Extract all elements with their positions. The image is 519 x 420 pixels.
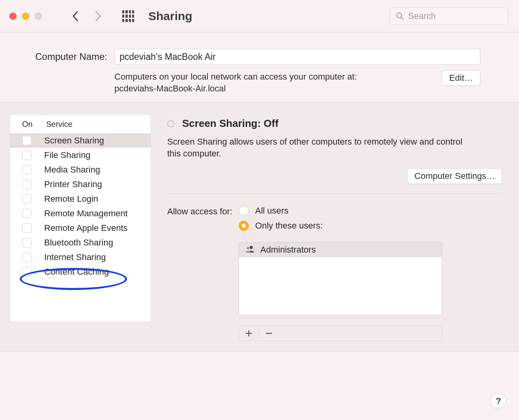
- service-label: Printer Sharing: [32, 179, 102, 190]
- toolbar: Sharing Search: [0, 0, 519, 32]
- service-checkbox[interactable]: [22, 151, 32, 160]
- radio-icon: [239, 221, 249, 231]
- add-user-button[interactable]: [239, 326, 259, 341]
- service-checkbox[interactable]: [22, 267, 32, 277]
- computer-name-section: Computer Name: pcdeviah’s MacBook Air Co…: [0, 32, 519, 102]
- service-status-indicator-icon: [167, 120, 174, 127]
- computer-name-label: Computer Name:: [28, 51, 107, 62]
- search-placeholder: Search: [408, 11, 436, 21]
- service-detail-panel: Screen Sharing: Off Screen Sharing allow…: [167, 115, 509, 341]
- service-label: Internet Sharing: [32, 252, 106, 262]
- service-checkbox[interactable]: [22, 238, 32, 247]
- service-checkbox[interactable]: [22, 180, 32, 189]
- service-checkbox[interactable]: [22, 194, 32, 204]
- minimize-window-button[interactable]: [22, 13, 29, 20]
- service-label: Bluetooth Sharing: [32, 238, 113, 248]
- back-button[interactable]: [68, 8, 84, 24]
- service-label: Remote Management: [32, 208, 128, 219]
- zoom-window-button[interactable]: [35, 13, 42, 20]
- service-row[interactable]: Bluetooth Sharing: [10, 235, 151, 250]
- service-label: Screen Sharing: [32, 136, 104, 146]
- service-status-title: Screen Sharing: Off: [182, 117, 278, 130]
- service-label: Media Sharing: [32, 165, 100, 175]
- service-label: Remote Login: [32, 194, 98, 204]
- radio-icon: [239, 206, 249, 216]
- add-remove-buttons: [239, 325, 442, 341]
- service-row[interactable]: Content Caching: [10, 264, 151, 279]
- computer-name-subtext: Computers on your local network can acce…: [114, 71, 357, 94]
- radio-all-users[interactable]: All users: [239, 206, 442, 216]
- service-row[interactable]: Media Sharing: [10, 162, 151, 177]
- service-row[interactable]: Screen Sharing: [10, 133, 151, 148]
- computer-settings-button[interactable]: Computer Settings…: [407, 168, 502, 184]
- allow-access-label: Allow access for:: [167, 206, 232, 217]
- main-area: On Service Screen SharingFile SharingMed…: [0, 102, 519, 351]
- chevron-right-icon: [94, 11, 102, 22]
- service-row[interactable]: Remote Management: [10, 206, 151, 221]
- help-button[interactable]: ?: [491, 393, 506, 409]
- service-row[interactable]: File Sharing: [10, 148, 151, 162]
- services-table: On Service Screen SharingFile SharingMed…: [10, 115, 151, 322]
- svg-point-3: [247, 247, 249, 249]
- service-checkbox[interactable]: [22, 136, 32, 145]
- search-icon: [396, 12, 404, 20]
- col-header-on: On: [10, 120, 43, 129]
- service-checkbox[interactable]: [22, 223, 32, 233]
- service-row[interactable]: Internet Sharing: [10, 250, 151, 264]
- close-window-button[interactable]: [9, 13, 17, 20]
- chevron-left-icon: [72, 11, 80, 22]
- service-row[interactable]: Remote Login: [10, 191, 151, 206]
- svg-line-1: [401, 17, 403, 19]
- window-controls: [9, 13, 42, 20]
- users-list[interactable]: Administrators: [239, 242, 442, 315]
- service-checkbox[interactable]: [22, 165, 32, 175]
- users-group-icon: [245, 245, 255, 255]
- access-radio-group: All users Only these users:: [239, 206, 442, 341]
- services-table-header: On Service: [10, 115, 151, 133]
- service-row[interactable]: Printer Sharing: [10, 177, 151, 191]
- service-checkbox[interactable]: [22, 209, 32, 218]
- plus-icon: [245, 330, 252, 337]
- minus-icon: [265, 330, 273, 337]
- service-checkbox[interactable]: [22, 253, 32, 262]
- service-label: Remote Apple Events: [32, 223, 128, 233]
- col-header-service: Service: [43, 119, 151, 129]
- pane-title: Sharing: [148, 9, 192, 23]
- show-all-prefs-button[interactable]: [122, 10, 134, 22]
- nav-buttons: [68, 8, 106, 24]
- search-input[interactable]: Search: [390, 7, 508, 25]
- computer-name-input[interactable]: pcdeviah’s MacBook Air: [114, 49, 480, 65]
- list-item[interactable]: Administrators: [239, 242, 442, 257]
- remove-user-button[interactable]: [259, 326, 279, 341]
- edit-hostname-button[interactable]: Edit…: [442, 70, 480, 86]
- service-status-description: Screen Sharing allows users of other com…: [167, 136, 467, 159]
- service-row[interactable]: Remote Apple Events: [10, 221, 151, 235]
- service-label: File Sharing: [32, 150, 90, 160]
- forward-button[interactable]: [90, 8, 106, 24]
- radio-only-these-users[interactable]: Only these users:: [239, 221, 442, 231]
- service-label: Content Caching: [32, 267, 109, 277]
- svg-point-2: [250, 246, 253, 249]
